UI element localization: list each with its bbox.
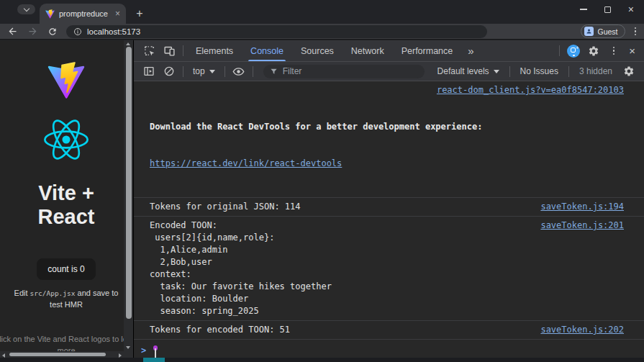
gear-icon [623,65,635,77]
forward-arrow-icon [27,26,38,37]
profile-button[interactable]: Guest [581,24,625,38]
divider [225,66,225,77]
refresh-icon [47,27,58,37]
device-toolbar-icon [163,45,176,57]
code-snippet: src/App.jsx [30,289,76,297]
browser-toolbar: localhost:5173 Guest [0,24,644,40]
scroll-left-icon[interactable] [2,353,5,358]
horizontal-scroll-thumb[interactable] [9,353,106,356]
tab-console[interactable]: Console [242,40,291,61]
count-button[interactable]: count is 0 [37,258,95,280]
prompt-chevron-icon: > [141,345,146,357]
text-caret[interactable] [153,347,158,358]
chevron-down-icon [23,5,29,11]
hidden-messages-count[interactable]: 3 hidden [573,66,618,76]
window-controls: × [580,0,640,19]
inspect-element-button[interactable] [140,42,158,60]
console-toolbar: top Default l [134,62,644,81]
site-info-icon[interactable] [73,27,82,36]
react-devtools-link[interactable]: https://react.dev/link/react-devtools [150,158,624,170]
levels-label: Default levels [437,66,489,76]
source-link[interactable]: saveToken.js:201 [540,220,624,232]
tab-elements[interactable]: Elements [188,40,241,61]
source-link[interactable]: saveToken.js:194 [540,201,624,213]
divider [253,66,253,77]
console-log-area: react-dom_client.js?v=ea0f8547:20103 Dow… [134,81,644,358]
console-sidebar-icon [143,65,155,77]
new-tab-button[interactable]: + [132,6,148,22]
console-prompt[interactable]: > [134,340,644,358]
console-message: saveToken.js:202 Tokens for encoded TOON… [134,321,644,340]
clear-console-button[interactable] [160,63,178,80]
console-message: react-dom_client.js?v=ea0f8547:20103 Dow… [134,81,644,198]
console-text: Download the React DevTools for a better… [150,121,624,133]
tab-network[interactable]: Network [343,40,392,61]
page-viewport: Vite + React count is 0 Edit src/App.jsx… [0,40,124,358]
scroll-up-icon[interactable] [126,42,130,45]
feature-badge-icon: + [567,45,580,58]
refresh-button[interactable] [46,25,59,38]
console-settings-button[interactable] [620,63,638,80]
browser-window: promptreduce × + × localhost:5173 [0,0,644,362]
console-message: saveToken.js:201 Encoded TOON: users[2]{… [134,217,644,321]
forward-button[interactable] [26,25,39,38]
react-logo[interactable] [44,119,89,160]
address-bar[interactable]: localhost:5173 [66,25,487,38]
taskbar-peek [143,358,165,362]
console-text: Encoded TOON: users[2]{id,name,role}: 1,… [150,220,624,317]
log-levels-dropdown[interactable]: Default levels [432,66,505,76]
scroll-down-icon[interactable] [126,346,130,349]
tab-sources[interactable]: Sources [293,40,342,61]
horizontal-scrollbar[interactable] [0,351,124,358]
tab-title: promptreduce [59,9,111,18]
edit-hint-text: Edit src/App.jsx and save to test HMR [10,287,122,311]
vite-logo[interactable] [45,62,87,99]
page-title: Vite + React [16,181,117,230]
back-button[interactable] [6,25,19,38]
live-expression-button[interactable] [230,63,248,80]
source-link[interactable]: saveToken.js:202 [540,324,624,336]
minimize-icon[interactable] [580,9,587,10]
divider [183,45,183,56]
window-close-icon[interactable]: × [628,4,634,14]
tab-list-chevron-button[interactable] [17,4,35,14]
eye-icon [232,65,245,78]
tab-strip: promptreduce × + × [0,0,644,24]
js-context-selector[interactable]: top [188,66,220,76]
vertical-scroll-thumb[interactable] [126,47,132,319]
url-text[interactable]: localhost:5173 [87,27,140,36]
filter-input[interactable] [283,66,418,76]
devtools-tabbar: Elements Console Sources Network Perform… [134,40,644,62]
chevron-down-icon [494,70,499,73]
issues-counter[interactable]: No Issues [514,66,564,76]
window-bottom-edge [0,358,644,362]
maximize-icon[interactable] [604,6,611,13]
devtools-settings-button[interactable] [584,42,603,60]
browser-menu-button[interactable] [632,27,639,36]
divider [509,66,510,77]
context-label: top [193,66,205,76]
vertical-scrollbar[interactable] [124,40,133,358]
kebab-menu-icon [611,47,617,55]
more-tabs-icon[interactable]: » [462,45,479,57]
divider [183,66,183,77]
tab-close-icon[interactable]: × [115,9,120,18]
scroll-right-icon[interactable] [119,353,122,358]
content-area: Vite + React count is 0 Edit src/App.jsx… [0,40,644,358]
source-link[interactable]: react-dom_client.js?v=ea0f8547:20103 [437,84,624,96]
gear-icon [588,45,599,57]
person-icon [586,28,592,35]
guest-avatar [584,27,594,36]
block-icon [163,65,175,77]
tab-performance[interactable]: Performance [394,40,461,61]
console-sidebar-button[interactable] [140,63,158,80]
devtools-menu-button[interactable] [604,42,623,60]
console-filter[interactable] [263,65,425,78]
feature-badge-button[interactable]: + [564,42,583,60]
vite-favicon-icon [45,9,55,19]
browser-tab[interactable]: promptreduce × [40,4,126,24]
devtools-close-icon[interactable]: × [625,45,640,57]
device-toolbar-button[interactable] [160,42,178,60]
back-arrow-icon [7,26,18,37]
profile-label: Guest [597,27,617,36]
